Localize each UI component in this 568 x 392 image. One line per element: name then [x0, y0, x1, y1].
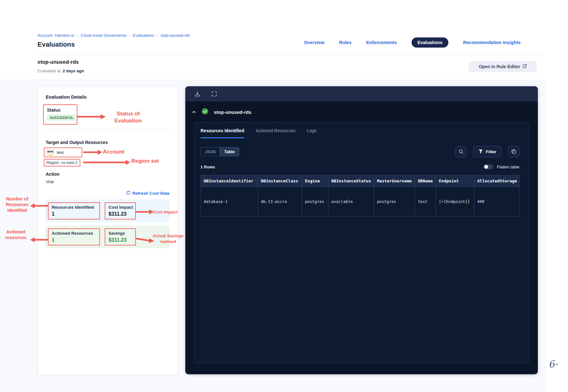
download-icon[interactable] — [194, 91, 201, 97]
col-engine: Engine — [302, 175, 328, 187]
col-endpoint: Endpoint — [436, 175, 474, 187]
cell-dbinstanceidentifier: database-1 — [201, 187, 258, 216]
header-divider — [37, 55, 545, 55]
tab-rules[interactable]: Rules — [339, 40, 352, 45]
tab-enforcements[interactable]: Enforcements — [366, 40, 397, 45]
actioned-resources-box: Actioned Resources 1 — [48, 228, 100, 245]
col-dbinstanceclass: DBInstanceClass — [258, 175, 302, 187]
viewer-controls: JSON Table Filter — [201, 146, 519, 157]
annotation-status: Status of Evaluation — [107, 110, 149, 124]
annotation-arrow — [30, 203, 49, 209]
table-header-row: DBInstanceIdentifier DBInstanceClass Eng… — [201, 175, 519, 187]
region-annotated-box: Region: us-east-2 — [44, 159, 80, 167]
evaluation-details-heading: Evaluation Details — [46, 94, 87, 100]
view-mode-table[interactable]: Table — [220, 147, 239, 156]
page: Account: Harness.io › Cloud Asset Govern… — [0, 0, 568, 392]
aws-logo-icon: aws — [47, 150, 54, 155]
annotation-resources: Number of Resources identified — [2, 196, 32, 213]
viewer-header: stop-unused-rds — [185, 101, 538, 122]
annotation-savings: Actual Savings realised — [152, 233, 185, 244]
search-icon[interactable] — [455, 146, 467, 157]
filter-icon — [479, 149, 483, 154]
resources-table: DBInstanceIdentifier DBInstanceClass Eng… — [201, 175, 519, 216]
annotation-cost: Cost Impact — [153, 209, 182, 215]
cell-dbinstancestatus: available — [328, 187, 374, 216]
cell-dbname: test — [415, 187, 436, 216]
viewer-toolbar — [185, 86, 538, 101]
savings-box: Savings $311.23 — [105, 228, 136, 245]
success-check-icon — [201, 108, 208, 116]
cost-impact-value: $311.23 — [109, 211, 132, 217]
open-rule-editor-label: Open in Rule Editor — [479, 64, 520, 69]
status-label: Status — [47, 108, 74, 113]
view-mode-json[interactable]: JSON — [201, 147, 220, 156]
viewer-actions: Filter — [455, 146, 519, 157]
tab-overview[interactable]: Overview — [304, 40, 325, 45]
viewer-inner-card: Resources Identified Actioned Resources … — [194, 122, 529, 363]
cost-impact-box: Cost Impact $311.23 — [105, 202, 136, 219]
col-allocatedstorage: AllocatedStorage — [474, 175, 519, 187]
flatten-toggle[interactable] — [484, 164, 493, 169]
evaluated-at-label: Evaluated at: — [37, 69, 62, 73]
flatten-label: Flatten table — [497, 165, 519, 169]
breadcrumb-account[interactable]: Account: Harness.io — [37, 33, 74, 38]
tab-resources-identified[interactable]: Resources Identified — [201, 128, 244, 138]
col-dbname: DBName — [415, 175, 436, 187]
col-dbinstanceidentifier: DBInstanceIdentifier — [201, 175, 258, 187]
annotation-account: Account — [103, 148, 128, 155]
view-mode-toggle: JSON Table — [201, 147, 239, 156]
breadcrumb-governance[interactable]: Cloud Asset Governance — [81, 33, 126, 38]
top-nav: Overview Rules Enforcements Evaluations … — [304, 37, 521, 48]
tab-logs[interactable]: Logs — [307, 128, 316, 138]
breadcrumb-separator: › — [129, 33, 130, 38]
cell-masterusername: postgres — [374, 187, 415, 216]
evaluation-name-title: stop-unused-rds — [37, 59, 79, 65]
cell-allocatedstorage: 400 — [474, 187, 519, 216]
breadcrumb-evaluations[interactable]: Evaluations — [133, 33, 154, 38]
annotation-arrow — [136, 209, 154, 215]
action-value: stop — [46, 179, 54, 184]
table-row: database-1 db.t3.micro postgres availabl… — [201, 187, 519, 216]
resources-identified-label: Resources Identified — [52, 205, 96, 210]
collapse-chevron-icon[interactable] — [192, 110, 196, 114]
account-name: test — [57, 150, 64, 155]
savings-label: Savings — [109, 231, 132, 236]
target-resources-heading: Target and Output Resources — [46, 140, 108, 145]
rows-count: 1 Rows — [201, 165, 215, 169]
filter-button[interactable]: Filter — [473, 146, 502, 157]
copy-icon[interactable] — [508, 146, 519, 157]
status-badge: SUCCESSFUL — [47, 114, 76, 121]
flatten-control: Flatten table — [484, 164, 519, 169]
annotation-arrow — [30, 237, 49, 243]
tab-actioned-resources[interactable]: Actioned Resources — [256, 128, 295, 138]
evaluation-details-card: Evaluation Details Status SUCCESSFUL Tar… — [38, 86, 178, 375]
cell-endpoint-expander[interactable]: [+]Endpoint{} — [436, 187, 474, 216]
resources-identified-box: Resources Identified 1 — [48, 202, 100, 219]
filter-label: Filter — [486, 149, 496, 154]
page-title: Evaluations — [37, 41, 75, 48]
handwritten-watermark: 6- — [548, 358, 558, 370]
col-dbinstancestatus: DBInstanceStatus — [328, 175, 374, 187]
action-label: Action — [46, 172, 60, 177]
cell-dbinstanceclass: db.t3.micro — [258, 187, 302, 216]
breadcrumb: Account: Harness.io › Cloud Asset Govern… — [37, 33, 190, 38]
rows-line: 1 Rows Flatten table — [201, 164, 519, 169]
fullscreen-icon[interactable] — [211, 91, 217, 97]
annotation-arrow — [83, 159, 130, 166]
status-annotated-box: Status SUCCESSFUL — [43, 104, 77, 125]
open-rule-editor-button[interactable]: Open in Rule Editor — [469, 61, 537, 72]
refresh-cost-data-link[interactable]: Refresh Cost Data — [126, 191, 169, 196]
viewer-title: stop-unused-rds — [214, 109, 251, 115]
evaluated-at: Evaluated at: 2 days ago — [37, 69, 84, 73]
resources-identified-value: 1 — [52, 211, 96, 217]
tab-recommendation-insights[interactable]: Recommendation Insights — [463, 40, 520, 45]
aws-logo-text: aws — [47, 150, 54, 153]
actioned-resources-label: Actioned Resources — [52, 231, 96, 236]
resources-table-wrap: DBInstanceIdentifier DBInstanceClass Eng… — [201, 175, 519, 216]
breadcrumb-current[interactable]: stop-unused-rds — [160, 33, 190, 38]
breadcrumb-separator: › — [156, 33, 158, 38]
refresh-label: Refresh Cost Data — [132, 191, 169, 196]
account-annotated-box: aws test — [44, 147, 82, 157]
annotation-arrow — [77, 114, 106, 120]
tab-evaluations-active[interactable]: Evaluations — [412, 37, 449, 48]
